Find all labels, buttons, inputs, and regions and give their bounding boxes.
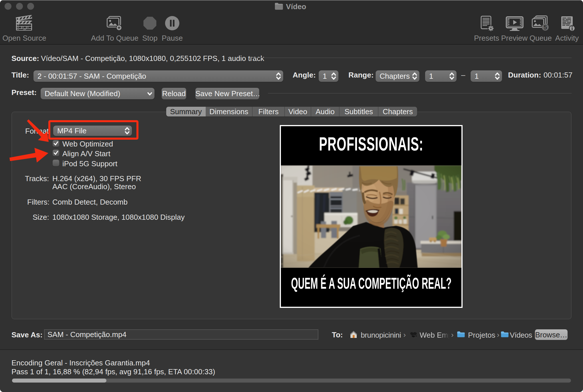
svg-text:5: 5 — [544, 24, 547, 31]
